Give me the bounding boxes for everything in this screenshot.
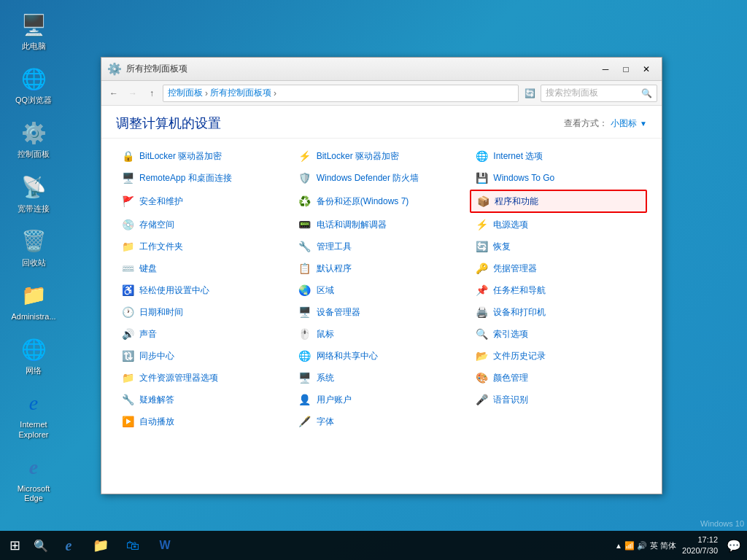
- clock-time: 17:12: [682, 534, 718, 545]
- cp-item-indexing[interactable]: 🔍 索引选项: [470, 324, 647, 344]
- breadcrumb-control-panel[interactable]: 控制面板: [168, 87, 203, 99]
- file-explorer-options-label: 文件资源管理器选项: [139, 372, 218, 384]
- up-button[interactable]: ↑: [144, 85, 160, 101]
- view-mode-arrow[interactable]: ▼: [640, 120, 647, 128]
- taskbar-store[interactable]: 🛍: [118, 531, 147, 560]
- cp-item-default-programs[interactable]: 📋 默认程序: [293, 258, 471, 279]
- desktop-icon-recycle-bin[interactable]: 🗑️ 回收站: [7, 224, 60, 271]
- cp-item-credential[interactable]: 🔑 凭据管理器: [470, 258, 647, 279]
- cp-item-programs[interactable]: 📦 程序和功能: [470, 190, 647, 213]
- cp-item-troubleshooting[interactable]: 🔧 疑难解答: [116, 389, 293, 410]
- power-label: 电源选项: [493, 219, 528, 231]
- desktop-icon-control-panel[interactable]: ⚙️ 控制面板: [7, 115, 60, 162]
- taskbar-search-button[interactable]: 🔍: [29, 531, 53, 560]
- cp-item-windows-defender[interactable]: 🛡️ Windows Defender 防火墙: [293, 168, 471, 188]
- cp-item-remoteapp[interactable]: 🖥️ RemoteApp 和桌面连接: [116, 168, 293, 188]
- cp-item-speech[interactable]: 🎤 语音识别: [470, 389, 647, 410]
- cp-item-security[interactable]: 🚩 安全和维护: [116, 190, 293, 213]
- device-manager-icon: 🖥️: [298, 305, 312, 319]
- cp-item-fonts[interactable]: 🖋️ 字体: [293, 411, 471, 432]
- file-history-label: 文件历史记录: [493, 350, 546, 362]
- desktop-icon-ie[interactable]: e Internet Explorer: [7, 386, 60, 442]
- cp-item-datetime[interactable]: 🕐 日期和时间: [116, 302, 293, 322]
- cp-item-bitlocker[interactable]: 🔒 BitLocker 驱动器加密: [116, 146, 293, 166]
- cp-item-sync[interactable]: 🔃 同步中心: [116, 346, 293, 366]
- credential-label: 凭据管理器: [493, 262, 537, 275]
- close-button[interactable]: ✕: [637, 62, 656, 77]
- cp-item-recovery[interactable]: 🔄 恢复: [470, 236, 647, 257]
- breadcrumb-all-items[interactable]: 所有控制面板项: [210, 87, 271, 99]
- cp-item-user-accounts[interactable]: 👤 用户账户: [293, 389, 471, 410]
- cp-item-taskbar[interactable]: 📌 任务栏和导航: [470, 280, 647, 300]
- cp-item-phone[interactable]: 📟 电话和调制解调器: [293, 214, 471, 235]
- taskbar-explorer[interactable]: 📁: [86, 531, 115, 560]
- broadband-label: 宽带连接: [18, 204, 50, 214]
- admin-tools-label: 管理工具: [317, 241, 352, 253]
- fonts-label: 字体: [317, 416, 334, 428]
- cp-item-sound[interactable]: 🔊 声音: [116, 324, 293, 344]
- maximize-button[interactable]: □: [616, 62, 635, 77]
- cp-item-internet-options[interactable]: 🌐 Internet 选项: [470, 146, 647, 166]
- desktop-icons: 🖥️ 此电脑 🌐 QQ浏览器 ⚙️ 控制面板 📡 宽带连接 🗑️ 回收站 📁 A…: [7, 7, 60, 506]
- notification-button[interactable]: 💬: [727, 539, 741, 553]
- desktop-icon-administrator[interactable]: 📁 Administra...: [7, 278, 60, 324]
- desktop-icon-qq-browser[interactable]: 🌐 QQ浏览器: [7, 61, 60, 108]
- speech-label: 语音识别: [493, 394, 528, 406]
- minimize-button[interactable]: ─: [596, 62, 615, 77]
- cp-item-device-manager[interactable]: 🖥️ 设备管理器: [293, 302, 471, 322]
- recycle-bin-icon: 🗑️: [19, 227, 48, 256]
- control-panel-label: 控制面板: [18, 149, 50, 159]
- remoteapp-icon: 🖥️: [120, 171, 135, 185]
- taskbar-edge-icon: e: [66, 537, 72, 554]
- tray-up-arrow[interactable]: ▲: [615, 542, 622, 550]
- cp-item-ease-access[interactable]: ♿ 轻松使用设置中心: [116, 280, 293, 300]
- cp-item-work-folders[interactable]: 📁 工作文件夹: [116, 236, 293, 257]
- bitlocker-icon: 🔒: [120, 149, 135, 163]
- clock[interactable]: 17:12 2020/7/30: [682, 534, 718, 557]
- search-box[interactable]: 搜索控制面板 🔍: [541, 85, 657, 102]
- language-indicator[interactable]: 英 简体: [650, 540, 676, 551]
- region-label: 区域: [317, 284, 334, 297]
- cp-item-color[interactable]: 🎨 颜色管理: [470, 368, 647, 388]
- administrator-label: Administra...: [11, 312, 55, 322]
- cp-item-backup[interactable]: ♻️ 备份和还原(Windows 7): [293, 190, 471, 213]
- desktop-icon-network[interactable]: 🌐 网络: [7, 332, 60, 378]
- security-label: 安全和维护: [139, 195, 183, 208]
- forward-button[interactable]: →: [125, 85, 141, 101]
- cp-item-file-history[interactable]: 📂 文件历史记录: [470, 346, 647, 366]
- cp-item-windows-to-go[interactable]: 💾 Windows To Go: [470, 168, 647, 188]
- ease-access-label: 轻松使用设置中心: [139, 284, 209, 297]
- taskbar-edge[interactable]: e: [54, 531, 83, 560]
- desktop-icon-this-pc[interactable]: 🖥️ 此电脑: [7, 7, 60, 54]
- cp-item-flash-player[interactable]: ⚡ BitLocker 驱动器加密: [293, 146, 471, 166]
- desktop-icon-edge[interactable]: e Microsoft Edge: [7, 450, 60, 506]
- cp-item-power[interactable]: ⚡ 电源选项: [470, 214, 647, 235]
- cp-item-admin-tools[interactable]: 🔧 管理工具: [293, 236, 471, 257]
- refresh-button[interactable]: 🔄: [522, 85, 538, 101]
- taskbar-icon: 📌: [474, 283, 489, 298]
- administrator-icon: 📁: [19, 281, 48, 310]
- desktop-icon-broadband[interactable]: 📡 宽带连接: [7, 170, 60, 217]
- file-history-icon: 📂: [474, 349, 489, 363]
- credential-icon: 🔑: [474, 261, 489, 276]
- back-button[interactable]: ←: [106, 85, 122, 101]
- ease-access-icon: ♿: [120, 283, 135, 298]
- taskbar-word[interactable]: W: [150, 531, 179, 560]
- system-label: 系统: [317, 372, 334, 384]
- cp-item-devices-printers[interactable]: 🖨️ 设备和打印机: [470, 302, 647, 322]
- cp-item-mouse[interactable]: 🖱️ 鼠标: [293, 324, 471, 344]
- cp-item-network-sharing[interactable]: 🌐 网络和共享中心: [293, 346, 471, 366]
- cp-item-region[interactable]: 🌏 区域: [293, 280, 471, 300]
- breadcrumb-sep-1: ›: [205, 88, 208, 98]
- address-path[interactable]: 控制面板 › 所有控制面板项 ›: [163, 85, 519, 102]
- cp-item-system[interactable]: 🖥️ 系统: [293, 368, 471, 388]
- cp-item-file-explorer-options[interactable]: 📁 文件资源管理器选项: [116, 368, 293, 388]
- mouse-label: 鼠标: [317, 328, 334, 341]
- start-button[interactable]: ⊞: [0, 531, 29, 560]
- edge-label: Microsoft Edge: [10, 484, 57, 503]
- cp-item-autoplay[interactable]: ▶️ 自动播放: [116, 411, 293, 432]
- cp-item-keyboard[interactable]: ⌨️ 键盘: [116, 258, 293, 279]
- datetime-label: 日期和时间: [139, 306, 183, 319]
- cp-item-storage[interactable]: 💿 存储空间: [116, 214, 293, 235]
- view-mode-button[interactable]: 小图标: [611, 117, 637, 130]
